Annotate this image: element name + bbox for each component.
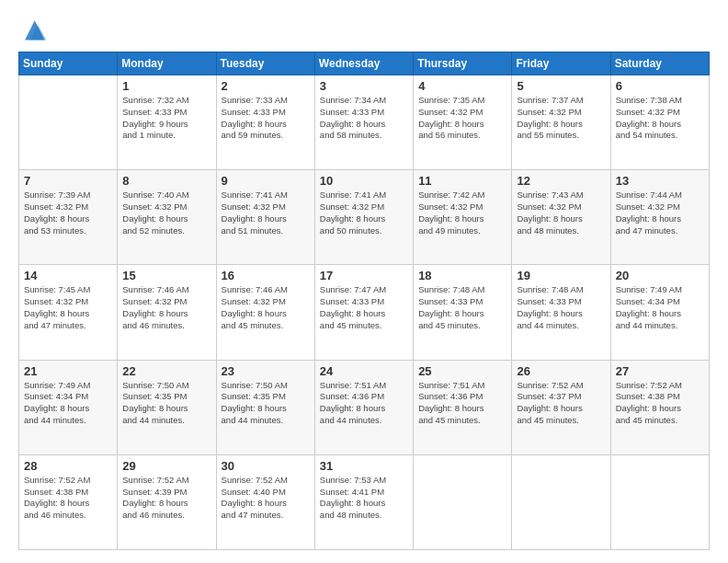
day-info: Sunrise: 7:49 AMSunset: 4:34 PMDaylight:… [616, 284, 704, 331]
day-info: Sunrise: 7:48 AMSunset: 4:33 PMDaylight:… [418, 284, 506, 331]
logo-icon [18, 17, 48, 42]
calendar-cell: 19Sunrise: 7:48 AMSunset: 4:33 PMDayligh… [512, 265, 610, 360]
calendar-cell: 29Sunrise: 7:52 AMSunset: 4:39 PMDayligh… [118, 454, 216, 549]
calendar-cell: 13Sunrise: 7:44 AMSunset: 4:32 PMDayligh… [610, 170, 709, 265]
weekday-header-row: SundayMondayTuesdayWednesdayThursdayFrid… [19, 52, 710, 75]
calendar-cell [414, 454, 512, 549]
day-info: Sunrise: 7:32 AMSunset: 4:33 PMDaylight:… [122, 95, 210, 142]
logo [18, 17, 51, 42]
week-row-0: 1Sunrise: 7:32 AMSunset: 4:33 PMDaylight… [19, 75, 710, 170]
calendar-cell: 8Sunrise: 7:40 AMSunset: 4:32 PMDaylight… [118, 170, 216, 265]
day-info: Sunrise: 7:39 AMSunset: 4:32 PMDaylight:… [24, 190, 112, 236]
weekday-header-saturday: Saturday [610, 52, 709, 75]
calendar-cell: 24Sunrise: 7:51 AMSunset: 4:36 PMDayligh… [314, 360, 413, 454]
day-number: 8 [122, 174, 210, 188]
day-info: Sunrise: 7:37 AMSunset: 4:32 PMDaylight:… [517, 95, 605, 142]
day-number: 29 [122, 459, 210, 473]
calendar-cell: 28Sunrise: 7:52 AMSunset: 4:38 PMDayligh… [19, 454, 118, 549]
calendar-cell [512, 454, 610, 549]
day-number: 4 [418, 79, 506, 93]
calendar-cell: 22Sunrise: 7:50 AMSunset: 4:35 PMDayligh… [118, 360, 216, 454]
day-info: Sunrise: 7:38 AMSunset: 4:32 PMDaylight:… [616, 95, 704, 142]
calendar-cell: 20Sunrise: 7:49 AMSunset: 4:34 PMDayligh… [610, 265, 709, 360]
calendar-cell: 27Sunrise: 7:52 AMSunset: 4:38 PMDayligh… [610, 360, 709, 454]
day-info: Sunrise: 7:49 AMSunset: 4:34 PMDaylight:… [24, 380, 112, 427]
calendar-cell: 31Sunrise: 7:53 AMSunset: 4:41 PMDayligh… [314, 454, 413, 549]
day-number: 12 [517, 174, 605, 188]
calendar-cell: 2Sunrise: 7:33 AMSunset: 4:33 PMDaylight… [216, 75, 314, 170]
day-info: Sunrise: 7:43 AMSunset: 4:32 PMDaylight:… [517, 190, 605, 236]
calendar-cell: 25Sunrise: 7:51 AMSunset: 4:36 PMDayligh… [414, 360, 512, 454]
calendar-cell: 3Sunrise: 7:34 AMSunset: 4:33 PMDaylight… [314, 75, 413, 170]
calendar-cell: 17Sunrise: 7:47 AMSunset: 4:33 PMDayligh… [314, 265, 413, 360]
calendar-cell: 6Sunrise: 7:38 AMSunset: 4:32 PMDaylight… [610, 75, 709, 170]
calendar-cell [610, 454, 709, 549]
day-info: Sunrise: 7:52 AMSunset: 4:40 PMDaylight:… [222, 475, 310, 522]
day-number: 9 [222, 174, 310, 188]
day-info: Sunrise: 7:52 AMSunset: 4:37 PMDaylight:… [517, 380, 605, 427]
day-number: 24 [320, 364, 408, 378]
calendar-cell: 26Sunrise: 7:52 AMSunset: 4:37 PMDayligh… [512, 360, 610, 454]
day-number: 14 [24, 269, 112, 282]
day-info: Sunrise: 7:34 AMSunset: 4:33 PMDaylight:… [320, 95, 408, 142]
calendar-cell: 10Sunrise: 7:41 AMSunset: 4:32 PMDayligh… [314, 170, 413, 265]
week-row-2: 14Sunrise: 7:45 AMSunset: 4:32 PMDayligh… [19, 265, 710, 360]
calendar-table: SundayMondayTuesdayWednesdayThursdayFrid… [18, 52, 710, 550]
day-info: Sunrise: 7:33 AMSunset: 4:33 PMDaylight:… [222, 95, 310, 142]
day-info: Sunrise: 7:47 AMSunset: 4:33 PMDaylight:… [320, 284, 408, 331]
weekday-header-monday: Monday [118, 52, 216, 75]
day-info: Sunrise: 7:41 AMSunset: 4:32 PMDaylight:… [222, 190, 310, 236]
weekday-header-wednesday: Wednesday [314, 52, 413, 75]
day-info: Sunrise: 7:40 AMSunset: 4:32 PMDaylight:… [122, 190, 210, 236]
day-info: Sunrise: 7:46 AMSunset: 4:32 PMDaylight:… [222, 284, 310, 331]
calendar-cell: 18Sunrise: 7:48 AMSunset: 4:33 PMDayligh… [414, 265, 512, 360]
day-number: 25 [418, 364, 506, 378]
day-info: Sunrise: 7:35 AMSunset: 4:32 PMDaylight:… [418, 95, 506, 142]
day-number: 30 [222, 459, 310, 473]
day-number: 11 [418, 174, 506, 188]
day-number: 26 [517, 364, 605, 378]
day-info: Sunrise: 7:52 AMSunset: 4:38 PMDaylight:… [24, 475, 112, 522]
day-info: Sunrise: 7:44 AMSunset: 4:32 PMDaylight:… [616, 190, 704, 236]
weekday-header-friday: Friday [512, 52, 610, 75]
day-info: Sunrise: 7:52 AMSunset: 4:38 PMDaylight:… [616, 380, 704, 427]
day-info: Sunrise: 7:48 AMSunset: 4:33 PMDaylight:… [517, 284, 605, 331]
day-number: 5 [517, 79, 605, 93]
day-number: 2 [222, 79, 310, 93]
day-number: 16 [222, 269, 310, 282]
day-number: 6 [616, 79, 704, 93]
calendar-cell: 23Sunrise: 7:50 AMSunset: 4:35 PMDayligh… [216, 360, 314, 454]
day-number: 28 [24, 459, 112, 473]
day-number: 27 [616, 364, 704, 378]
day-info: Sunrise: 7:41 AMSunset: 4:32 PMDaylight:… [320, 190, 408, 236]
day-number: 23 [222, 364, 310, 378]
week-row-4: 28Sunrise: 7:52 AMSunset: 4:38 PMDayligh… [19, 454, 710, 549]
day-number: 17 [320, 269, 408, 282]
day-info: Sunrise: 7:42 AMSunset: 4:32 PMDaylight:… [418, 190, 506, 236]
week-row-1: 7Sunrise: 7:39 AMSunset: 4:32 PMDaylight… [19, 170, 710, 265]
day-info: Sunrise: 7:53 AMSunset: 4:41 PMDaylight:… [320, 475, 408, 522]
day-number: 31 [320, 459, 408, 473]
day-info: Sunrise: 7:50 AMSunset: 4:35 PMDaylight:… [222, 380, 310, 427]
day-info: Sunrise: 7:50 AMSunset: 4:35 PMDaylight:… [122, 380, 210, 427]
header [18, 17, 710, 42]
calendar-cell: 21Sunrise: 7:49 AMSunset: 4:34 PMDayligh… [19, 360, 118, 454]
calendar-cell: 15Sunrise: 7:46 AMSunset: 4:32 PMDayligh… [118, 265, 216, 360]
day-info: Sunrise: 7:45 AMSunset: 4:32 PMDaylight:… [24, 284, 112, 331]
day-info: Sunrise: 7:51 AMSunset: 4:36 PMDaylight:… [320, 380, 408, 427]
page: SundayMondayTuesdayWednesdayThursdayFrid… [0, 0, 728, 563]
day-number: 1 [122, 79, 210, 93]
day-number: 10 [320, 174, 408, 188]
weekday-header-tuesday: Tuesday [216, 52, 314, 75]
calendar-cell: 12Sunrise: 7:43 AMSunset: 4:32 PMDayligh… [512, 170, 610, 265]
day-info: Sunrise: 7:52 AMSunset: 4:39 PMDaylight:… [122, 475, 210, 522]
day-number: 20 [616, 269, 704, 282]
calendar-cell [19, 75, 118, 170]
calendar-cell: 11Sunrise: 7:42 AMSunset: 4:32 PMDayligh… [414, 170, 512, 265]
day-number: 13 [616, 174, 704, 188]
weekday-header-sunday: Sunday [19, 52, 118, 75]
calendar-cell: 7Sunrise: 7:39 AMSunset: 4:32 PMDaylight… [19, 170, 118, 265]
day-number: 21 [24, 364, 112, 378]
weekday-header-thursday: Thursday [414, 52, 512, 75]
day-number: 7 [24, 174, 112, 188]
